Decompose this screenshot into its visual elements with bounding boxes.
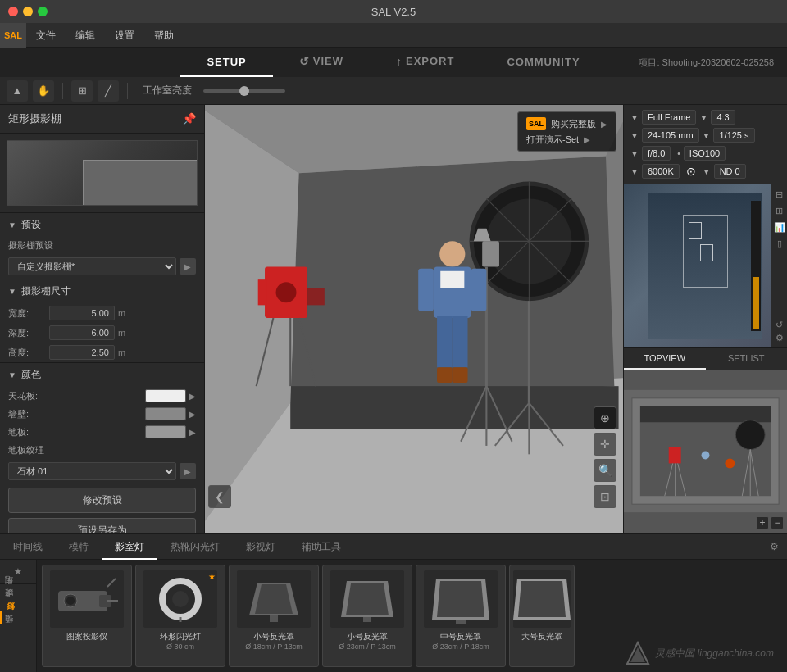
equipment-img-5 [513,570,571,628]
grid-tool-button[interactable]: ⊞ [71,80,93,102]
menu-item-edit[interactable]: 编辑 [66,23,105,48]
close-button[interactable] [8,7,18,16]
camera-preset-select[interactable]: 自定义摄影棚* [8,257,176,275]
pan-button[interactable]: ✛ [594,433,616,456]
buy-banner-row[interactable]: SAL 购买完整版 ▶ [526,117,607,130]
zoom-in-button[interactable]: + [756,516,769,529]
equipment-item-2[interactable]: 小号反光罩 Ø 18cm / P 13cm [229,565,319,667]
floor-texture-select[interactable]: 石材 01 [8,462,176,480]
brush-tool-button[interactable]: ╱ [98,80,119,102]
height-input[interactable] [49,345,115,360]
equipment-name-4: 中号反光罩 [440,631,481,642]
wall-label: 墙壁: [8,408,145,420]
center-canvas[interactable]: SAL 购买完整版 ▶ 打开演示-Set ▶ ⊕ ✛ 🔍 ⊡ ❮ [205,105,623,533]
crop-icon[interactable]: ▯ [773,237,786,250]
wall-color-swatch[interactable] [145,407,186,420]
setlist-tab[interactable]: SETLIST [706,348,788,370]
wall-color-arrow[interactable]: ▶ [189,410,196,419]
grid-overlay-icon[interactable]: ⊞ [773,204,786,217]
project-info: 项目: Shooting-20320602-025258 [639,57,774,69]
height-label: 高度: [8,347,49,359]
app-title: SAL V2.5 [371,6,416,18]
strip-item-studio[interactable]: 影室灯 [0,611,36,624]
bottom-tab-timeline[interactable]: 时间线 [0,534,56,560]
floor-color-swatch[interactable] [145,425,186,438]
bottom-tab-hot-shoe[interactable]: 热靴闪光灯 [157,534,233,560]
bottom-tab-accessories[interactable]: 辅助工具 [289,534,354,560]
bottom-tab-model[interactable]: 模特 [56,534,102,560]
ceiling-color-arrow[interactable]: ▶ [189,392,196,401]
width-input[interactable] [49,306,115,320]
fit-button[interactable]: ⊡ [594,485,616,508]
equipment-name-5: 大号反光罩 [521,631,562,642]
strip-item-brush[interactable]: 笔刷 [0,584,36,597]
right-icon-buttons: ⊟ ⊞ 📊 ▯ ↺ ⚙ [771,184,787,347]
topview-tab[interactable]: TOPVIEW [624,348,706,370]
chart-icon[interactable]: 📊 [773,220,786,234]
width-label: 宽度: [8,307,49,320]
tab-export[interactable]: ↑ EXPORT [370,48,480,77]
lens-value[interactable]: 24-105 mm [642,128,699,143]
equipment-item-5[interactable]: 大号反光罩 [509,565,575,667]
svg-point-9 [276,282,297,302]
right-view-tabs: TOPVIEW SETLIST [624,347,787,370]
bottom-tab-video-light[interactable]: 影视灯 [233,534,289,560]
equipment-item-1[interactable]: ★ 环形闪光灯 Ø 30 cm [135,565,225,667]
scene-svg [205,105,623,533]
hand-tool-button[interactable]: ✋ [33,80,54,102]
brightness-slider[interactable] [203,89,285,93]
demo-banner-row[interactable]: 打开演示-Set ▶ [526,134,607,146]
section-dimensions-header[interactable]: ▼ 摄影棚尺寸 [0,279,204,303]
aperture-value[interactable]: f/8.0 [642,146,671,161]
depth-input[interactable] [49,325,115,340]
zoom-button[interactable]: 🔍 [594,459,616,482]
tab-setup[interactable]: SETUP [180,48,272,77]
menu-item-help[interactable]: 帮助 [144,23,184,48]
nd-value[interactable]: ND 0 [714,164,746,179]
equipment-item-4[interactable]: 中号反光罩 Ø 23cm / P 18cm [416,565,506,667]
refresh-icon[interactable]: ↺ [773,318,786,331]
minimize-button[interactable] [23,7,33,16]
tab-community[interactable]: COMMUNITY [480,48,606,77]
color-wheel-icon[interactable]: ⊙ [686,165,696,178]
maximize-button[interactable] [38,7,48,16]
menu-item-file[interactable]: 文件 [26,23,66,48]
demo-label: 打开演示-Set [526,134,579,146]
floor-texture-label-row: 地板纹理 [0,441,204,460]
floor-texture-arrow-btn[interactable]: ▶ [180,463,196,479]
zoom-out-button[interactable]: − [771,516,784,529]
floor-color-arrow[interactable]: ▶ [189,428,196,437]
camera-preset-arrow-btn[interactable]: ▶ [180,258,196,275]
bottom-tab-settings-button[interactable]: ⚙ [762,534,787,560]
settings-icon[interactable]: ⚙ [773,331,786,344]
orbit-button[interactable]: ⊕ [594,406,616,429]
minimap-zoom-controls: + − [756,516,784,529]
strip-item-shape[interactable]: 形状灯 [0,597,36,611]
equipment-item-3[interactable]: 小号反光罩 Ø 23cm / P 13cm [322,565,412,667]
section-preset-header[interactable]: ▼ 预设 [0,212,204,237]
ceiling-color-swatch[interactable] [145,389,186,402]
menu-item-settings[interactable]: 设置 [105,23,144,48]
bottom-tab-studio-light[interactable]: 影室灯 [102,534,157,560]
frame-value[interactable]: Full Frame [642,110,697,125]
section-color-header[interactable]: ▼ 颜色 [0,362,204,387]
floor-color-row: 地板: ▶ [0,423,204,441]
toolbar: ▲ ✋ ⊞ ╱ 工作室亮度 [0,77,787,105]
shutter-value[interactable]: 1/125 s [713,128,754,143]
cursor-tool-button[interactable]: ▲ [7,80,28,102]
svg-rect-44 [669,447,681,464]
pin-button[interactable]: 📌 [182,112,196,125]
strip-item-shoot[interactable]: 拍摄 [0,624,36,637]
section-preset-arrow: ▼ [8,220,16,229]
aperture-dropdown-arrow: ▼ [630,149,639,158]
equipment-item-0[interactable]: 图案投影仪 [42,565,132,667]
modify-preset-button[interactable]: 修改预设 [8,488,196,513]
iso-value[interactable]: ISO100 [684,146,726,161]
favorite-star[interactable]: ★ [0,560,36,584]
ratio-value[interactable]: 4:3 [711,110,735,125]
layers-icon[interactable]: ⊟ [773,188,786,201]
prev-button[interactable]: ❮ [208,485,231,508]
save-as-preset-button[interactable]: 预设另存为 [8,518,196,533]
kelvin-value[interactable]: 6000K [642,164,680,179]
tab-view[interactable]: ↺ VIEW [273,48,370,77]
